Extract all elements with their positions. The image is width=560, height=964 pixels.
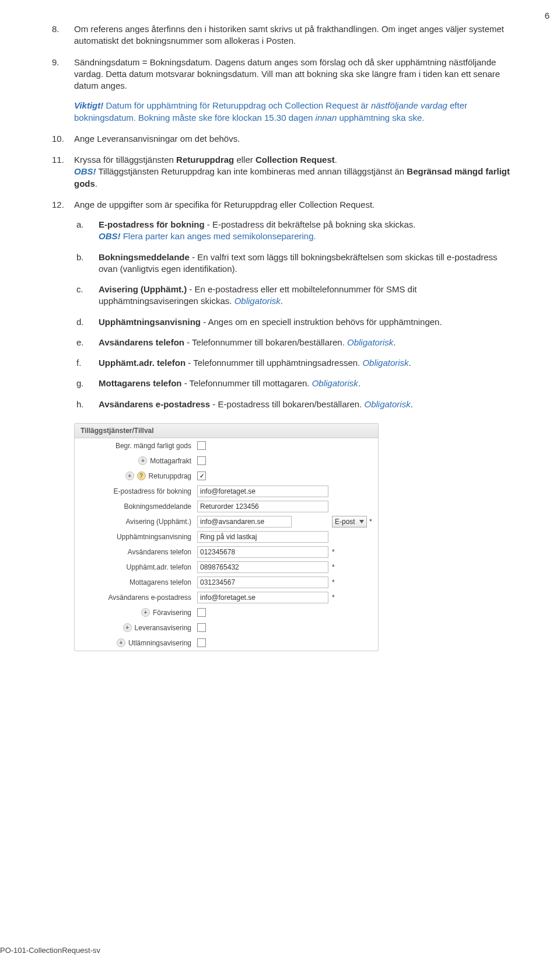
input-bokningsmeddelande[interactable]: Returorder 123456	[197, 501, 328, 512]
sub-letter: h.	[76, 399, 84, 410]
input-upphamtningsanvisning[interactable]: Ring på vid lastkaj	[197, 531, 328, 543]
sub-text: - Telefonnummer till mottagaren.	[182, 378, 312, 388]
help-icon[interactable]: ?	[137, 471, 146, 480]
item-text: Om referens anges återfinns den i histor…	[74, 24, 504, 46]
obligatorisk-label: Obligatorisk	[365, 399, 411, 409]
checkbox-leveransavisering[interactable]	[197, 623, 206, 632]
plus-icon[interactable]: +	[125, 471, 134, 480]
sub-letter: e.	[76, 337, 84, 348]
sub-letter: d.	[76, 316, 84, 328]
dot: .	[393, 337, 396, 347]
item-text: Sändningsdatum = Bokningsdatum. Dagens d…	[74, 57, 500, 91]
sub-item-a: a. E-postadress för bokning - E-postadre…	[74, 219, 510, 243]
sub-item-d: d. Upphämtningsanvisning - Anges om en s…	[74, 316, 510, 328]
row-label: E-postadress för bokning	[75, 487, 197, 495]
row-mottagarfrakt: +Mottagarfrakt	[75, 453, 378, 469]
required-asterisk: *	[332, 593, 335, 602]
sub-text: - Telefonnummer till bokaren/beställaren…	[184, 337, 347, 347]
panel-header: Tilläggstjänster/Tillval	[75, 424, 378, 438]
sub-bold: Avsändarens e-postadress	[99, 399, 210, 409]
item-text: Ange de uppgifter som är specifika för R…	[74, 200, 374, 209]
text: Tilläggstjänsten Returuppdrag kan inte k…	[96, 166, 407, 176]
row-label: Utlämningsavisering	[128, 639, 191, 647]
sub-list: a. E-postadress för bokning - E-postadre…	[74, 219, 510, 410]
list-item-9: 9. Sändningsdatum = Bokningsdatum. Dagen…	[50, 57, 510, 124]
dot: .	[411, 399, 413, 409]
row-epost-bokning: E-postadress för bokning info@foretaget.…	[75, 484, 378, 499]
row-label: Upphämtningsanvisning	[75, 533, 197, 541]
row-avsandarens-epost: Avsändarens e-postadress info@foretaget.…	[75, 590, 378, 605]
sub-item-e: e. Avsändarens telefon - Telefonnummer t…	[74, 337, 510, 348]
sub-text: - E-postadress till bokaren/beställaren.	[210, 399, 364, 409]
text-bold: Returuppdrag	[176, 155, 234, 165]
required-asterisk: *	[369, 518, 372, 526]
page-footer: PO-101-CollectionRequest-sv	[0, 946, 100, 955]
checkbox-returuppdrag[interactable]	[197, 471, 206, 480]
row-label: Mottagarens telefon	[75, 578, 197, 586]
checkbox-begransad[interactable]	[197, 441, 206, 450]
item-number: 9.	[52, 57, 60, 68]
sub-bold: Avsändarens telefon	[99, 337, 184, 347]
sub-letter: c.	[76, 284, 83, 295]
obligatorisk-label: Obligatorisk	[312, 378, 358, 388]
plus-icon[interactable]: +	[123, 623, 132, 632]
input-mottagarens-telefon[interactable]: 031234567	[197, 577, 328, 588]
obs-label: OBS!	[74, 166, 96, 176]
sub-text2: Flera parter kan anges med semikolonsepa…	[121, 231, 316, 241]
text: och	[266, 100, 285, 110]
input-avsandarens-telefon[interactable]: 012345678	[197, 546, 328, 558]
row-utlamningsavisering: +Utlämningsavisering	[75, 635, 378, 651]
sub-bold: Upphämt.adr. telefon	[99, 358, 186, 368]
dot: .	[281, 296, 283, 306]
row-label: Avsändarens telefon	[75, 548, 197, 556]
tillaggstjanster-panel: Tilläggstjänster/Tillval Begr. mängd far…	[74, 423, 379, 651]
row-begransad-mangd: Begr. mängd farligt gods	[75, 438, 378, 453]
row-mottagarens-telefon: Mottagarens telefon 031234567 *	[75, 575, 378, 590]
row-label: Upphämt.adr. telefon	[75, 563, 197, 571]
plus-icon[interactable]: +	[141, 608, 150, 617]
row-avsandarens-telefon: Avsändarens telefon 012345678 *	[75, 544, 378, 560]
sub-item-b: b. Bokningsmeddelande - En valfri text s…	[74, 252, 510, 275]
row-label: Leveransavisering	[135, 624, 191, 632]
returuppdrag-link: Returuppdrag	[212, 100, 266, 110]
input-avisering[interactable]: info@avsandaren.se	[197, 516, 292, 528]
sub-bold: Upphämtningsanvisning	[99, 317, 201, 327]
row-label: Bokningsmeddelande	[75, 502, 197, 511]
dot: .	[358, 378, 360, 388]
list-item-12: 12. Ange de uppgifter som är specifika f…	[50, 199, 510, 410]
checkbox-utlamningsavisering[interactable]	[197, 638, 206, 647]
sub-item-c: c. Avisering (Upphämt.) - En e-postadres…	[74, 284, 510, 308]
row-label: Avisering (Upphämt.)	[75, 518, 197, 526]
obligatorisk-label: Obligatorisk	[235, 296, 281, 306]
row-leveransavisering: +Leveransavisering	[75, 620, 378, 635]
text: eller	[234, 155, 256, 165]
text: Kryssa för tilläggstjänsten	[74, 155, 176, 165]
obligatorisk-label: Obligatorisk	[347, 337, 393, 347]
text: .	[95, 179, 97, 188]
checkbox-foravisering[interactable]	[197, 608, 206, 617]
text: är	[358, 100, 371, 110]
list-item-11: 11. Kryssa för tilläggstjänsten Returupp…	[50, 154, 510, 190]
input-epost-bokning[interactable]: info@foretaget.se	[197, 486, 328, 497]
dot: .	[409, 358, 411, 368]
list-item-8: 8. Om referens anges återfinns den i his…	[50, 23, 510, 47]
row-label: Mottagarfrakt	[150, 457, 191, 465]
instruction-list: 8. Om referens anges återfinns den i his…	[50, 23, 510, 410]
sub-text: - Anges om en speciell instruktion behöv…	[201, 317, 442, 327]
input-avsandarens-epost[interactable]: info@foretaget.se	[197, 592, 328, 603]
page-number: 6	[545, 11, 550, 20]
select-avisering-type[interactable]: E-post	[332, 516, 367, 528]
plus-icon[interactable]: +	[117, 638, 125, 647]
text-bold: Collection Request	[256, 155, 335, 165]
row-label: Avsändarens e-postadress	[75, 593, 197, 602]
text: Datum för upphämtning för	[103, 100, 212, 110]
item-number: 10.	[52, 133, 64, 145]
item-number: 12.	[52, 199, 64, 211]
row-avisering: Avisering (Upphämt.) info@avsandaren.se …	[75, 514, 378, 529]
sub-bold: Bokningsmeddelande	[99, 252, 190, 262]
input-upphamt-adr-telefon[interactable]: 0898765432	[197, 561, 328, 573]
checkbox-mottagarfrakt[interactable]	[197, 456, 206, 465]
plus-icon[interactable]: +	[138, 456, 147, 465]
row-bokningsmeddelande: Bokningsmeddelande Returorder 123456	[75, 499, 378, 514]
row-upphamtningsanvisning: Upphämtningsanvisning Ring på vid lastka…	[75, 529, 378, 544]
